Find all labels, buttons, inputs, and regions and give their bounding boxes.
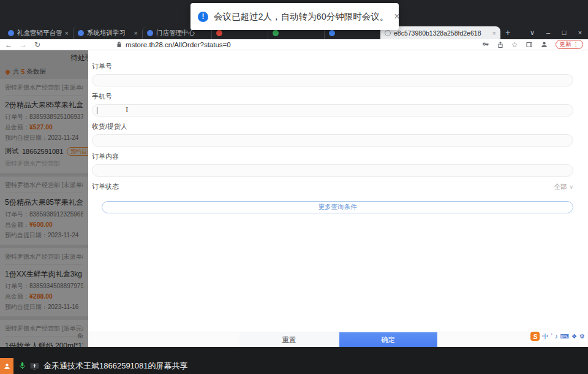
share-text: 金禾通技术王斌18662591081的屏幕共享 bbox=[43, 361, 188, 372]
ime-punct-icon[interactable]: ’ bbox=[551, 332, 552, 341]
tab-favicon-icon bbox=[8, 30, 14, 36]
tab-title: e8c573980b1328a258fd2e618 bbox=[394, 29, 489, 37]
taskbar: 金禾通技术王斌18662591081的屏幕共享 bbox=[0, 347, 588, 374]
menu-dots-icon[interactable]: ⋮ bbox=[573, 41, 579, 48]
back-icon[interactable]: ← bbox=[5, 39, 12, 50]
field-label: 订单内容 bbox=[92, 152, 573, 161]
more-conditions-button[interactable]: 更多查询条件 bbox=[102, 201, 573, 213]
screen-share-indicator[interactable]: 金禾通技术王斌18662591081的屏幕共享 bbox=[0, 358, 188, 374]
meeting-toast: ! 会议已超过2人，自动转为60分钟限时会议。 × bbox=[190, 3, 399, 30]
tab-search-chevron-icon[interactable]: ∨ bbox=[524, 26, 540, 39]
drawer-footer: 重置 确定 bbox=[88, 332, 588, 347]
reset-button[interactable]: 重置 bbox=[239, 332, 339, 347]
tab-favicon-icon bbox=[78, 30, 84, 36]
info-icon: ! bbox=[198, 12, 208, 22]
browser-tab[interactable]: 系统培训学习× bbox=[73, 26, 142, 39]
field-label: 收货/提货人 bbox=[92, 122, 573, 131]
field-label: 手机号 bbox=[92, 92, 573, 101]
ibeam-cursor: I bbox=[126, 106, 128, 114]
toast-close-icon[interactable]: × bbox=[394, 11, 399, 22]
field-input[interactable]: I bbox=[92, 104, 573, 116]
profile-avatar-icon[interactable] bbox=[540, 40, 548, 48]
minimize-icon[interactable]: – bbox=[540, 26, 556, 39]
window-controls: ∨–□× bbox=[524, 26, 588, 39]
chevron-down-icon: ∨ bbox=[569, 184, 573, 190]
screen: 礼盒营销平台管理中心×系统培训学习×门店管理中心e8c573980b1328a2… bbox=[0, 0, 588, 374]
modal-backdrop[interactable] bbox=[0, 50, 88, 347]
toast-text: 会议已超过2人，自动转为60分钟限时会议。 bbox=[214, 11, 388, 23]
tab-close-icon[interactable]: × bbox=[65, 29, 69, 37]
forward-icon[interactable]: → bbox=[20, 39, 27, 50]
tab-title: 系统培训学习 bbox=[87, 29, 131, 37]
screenshare-icon bbox=[30, 362, 39, 370]
field-select-row[interactable]: 订单状态全部∨ bbox=[92, 182, 573, 191]
share-icon[interactable] bbox=[497, 41, 504, 48]
select-value[interactable]: 全部∨ bbox=[554, 183, 573, 191]
tab-favicon-icon bbox=[147, 30, 153, 36]
tab-title: 礼盒营销平台管理中心 bbox=[17, 29, 62, 37]
ime-keyboard-icon[interactable]: ⌨ bbox=[560, 332, 569, 341]
update-button[interactable]: 更新 ⋮ bbox=[556, 40, 584, 49]
update-label: 更新 bbox=[560, 40, 571, 48]
browser-toolbar: ← → ↻ mstore.th28.cn/AllOrder?status=0 ☆… bbox=[0, 39, 588, 50]
field-label: 订单状态 bbox=[92, 182, 119, 191]
close-window-icon[interactable]: × bbox=[572, 26, 588, 39]
field-input[interactable] bbox=[92, 134, 573, 147]
reload-icon[interactable]: ↻ bbox=[34, 39, 40, 50]
ime-icons: 中’♪⌨❖⚙ bbox=[542, 332, 585, 341]
sogou-ime-bar: S 中’♪⌨❖⚙ bbox=[529, 330, 587, 342]
text-caret bbox=[97, 107, 97, 114]
field-input[interactable] bbox=[92, 164, 573, 177]
tab-favicon-icon bbox=[385, 30, 391, 36]
presenter-avatar-icon bbox=[0, 358, 13, 374]
query-form: 订单号手机号I收货/提货人订单内容订单状态全部∨ bbox=[88, 50, 588, 191]
side-panel-icon[interactable] bbox=[526, 41, 533, 48]
sogou-logo[interactable]: S bbox=[530, 332, 540, 341]
tab-favicon-icon bbox=[329, 30, 335, 36]
ime-settings-icon[interactable]: ⚙ bbox=[579, 332, 585, 341]
maximize-icon[interactable]: □ bbox=[556, 26, 572, 39]
ime-toolbox-icon[interactable]: ❖ bbox=[571, 332, 577, 341]
tab-close-icon[interactable]: × bbox=[134, 29, 138, 37]
tab-favicon-icon bbox=[216, 30, 222, 36]
query-drawer: 订单号手机号I收货/提货人订单内容订单状态全部∨ 更多查询条件 重置 确定 bbox=[88, 50, 588, 347]
password-key-icon[interactable] bbox=[482, 41, 489, 48]
lock-icon bbox=[116, 41, 122, 48]
tab-favicon-icon bbox=[273, 30, 279, 36]
field-input[interactable] bbox=[92, 74, 573, 86]
bookmark-star-icon[interactable]: ☆ bbox=[511, 39, 518, 50]
tab-close-icon[interactable]: × bbox=[492, 29, 496, 37]
url-text[interactable]: mstore.th28.cn/AllOrder?status=0 bbox=[126, 41, 231, 48]
ime-mode-icon[interactable]: 中 bbox=[542, 332, 548, 341]
field-label: 订单号 bbox=[92, 62, 573, 71]
browser-tab[interactable]: 礼盒营销平台管理中心× bbox=[4, 26, 73, 39]
ime-mic-icon[interactable]: ♪ bbox=[555, 332, 558, 341]
new-tab-button[interactable]: + bbox=[505, 28, 510, 37]
microphone-icon bbox=[19, 362, 26, 370]
confirm-button[interactable]: 确定 bbox=[339, 332, 437, 347]
